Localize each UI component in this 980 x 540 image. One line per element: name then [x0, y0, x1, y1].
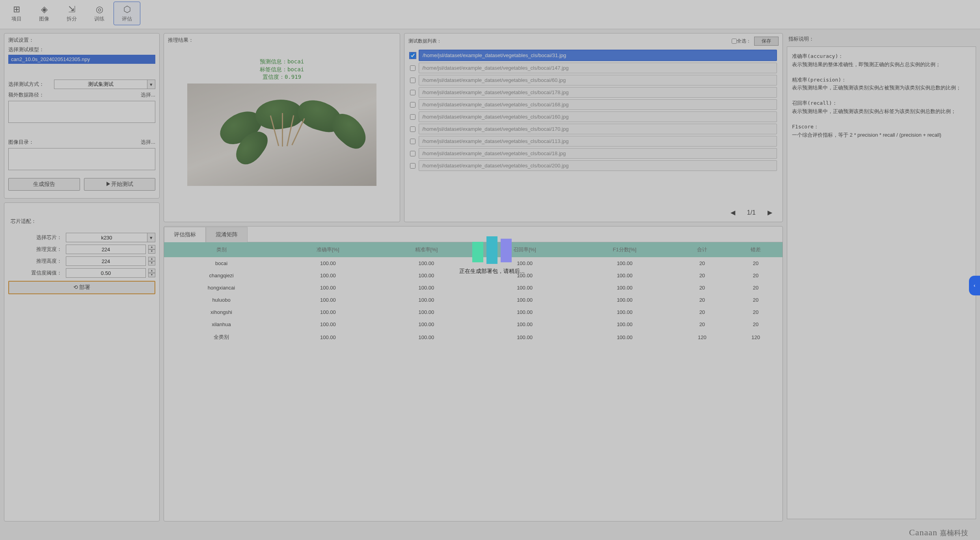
- target-icon: ◎: [96, 4, 103, 15]
- table-header: 类别: [164, 242, 279, 257]
- width-input[interactable]: [66, 245, 146, 254]
- f1-body: 一个综合评价指标，等于 2 * precision * recall / (pr…: [792, 131, 971, 139]
- data-row[interactable]: /home/jsl/dataset/example_dataset/vegeta…: [410, 160, 777, 171]
- extra-path-box[interactable]: [8, 101, 155, 123]
- start-test-button[interactable]: ▶开始测试: [84, 178, 156, 191]
- row-checkbox[interactable]: [410, 102, 415, 108]
- table-cell: xilanhua: [164, 318, 279, 330]
- data-row[interactable]: /home/jsl/dataset/example_dataset/vegeta…: [410, 111, 777, 122]
- top-toolbar: ⊞ 项目 ◈ 图像 ⇲ 拆分 ◎ 训练 ⬡ 评估: [0, 0, 980, 29]
- table-cell: 100.00: [475, 306, 574, 318]
- tool-evaluate[interactable]: ⬡ 评估: [114, 2, 140, 25]
- table-cell: 120: [729, 330, 783, 344]
- page-indicator: 1/1: [747, 209, 756, 216]
- height-input[interactable]: [66, 256, 146, 266]
- model-selected[interactable]: can2_10.0s_20240205142305.npy: [8, 55, 155, 64]
- prediction-text: 预测信息：bocai 标签信息：bocai 置信度：0.919: [260, 58, 304, 81]
- data-row[interactable]: /home/jsl/dataset/example_dataset/vegeta…: [410, 148, 777, 159]
- image-dir-choose[interactable]: 选择...: [141, 139, 155, 146]
- test-settings-panel: 测试设置： 选择测试模型： can2_10.0s_20240205142305.…: [4, 33, 160, 199]
- row-checkbox[interactable]: [410, 53, 415, 58]
- row-checkbox[interactable]: [410, 78, 415, 83]
- tool-train[interactable]: ◎ 训练: [86, 2, 113, 25]
- table-cell: 100.00: [279, 282, 377, 294]
- table-cell: 100.00: [475, 318, 574, 330]
- table-cell: 20: [675, 318, 729, 330]
- table-cell: 20: [729, 257, 783, 269]
- table-cell: 100.00: [377, 318, 476, 330]
- row-checkbox[interactable]: [410, 139, 415, 144]
- image-dir-box[interactable]: [8, 148, 155, 170]
- row-checkbox[interactable]: [410, 126, 415, 132]
- dropdown-icon[interactable]: ▾: [147, 233, 155, 242]
- method-select[interactable]: [54, 80, 147, 89]
- row-path: /home/jsl/dataset/example_dataset/vegeta…: [419, 87, 777, 98]
- conf-spinner[interactable]: ▴▾: [148, 269, 155, 277]
- next-page-icon[interactable]: ▶: [768, 209, 772, 216]
- table-cell: 20: [729, 306, 783, 318]
- data-row[interactable]: /home/jsl/dataset/example_dataset/vegeta…: [410, 75, 777, 85]
- tool-split[interactable]: ⇲ 拆分: [58, 2, 85, 25]
- table-cell: 100.00: [475, 282, 574, 294]
- table-cell: hongxiancai: [164, 282, 279, 294]
- table-cell: 20: [675, 282, 729, 294]
- width-spinner[interactable]: ▴▾: [148, 245, 155, 254]
- data-list-panel: 测试数据列表： 全选： 保存 /home/jsl/dataset/example…: [404, 33, 783, 222]
- table-cell: 100.00: [279, 306, 377, 318]
- side-expand-tab[interactable]: ‹: [969, 276, 980, 295]
- table-cell: 100.00: [377, 330, 476, 344]
- image-dir-label: 图像目录：: [8, 139, 52, 146]
- row-checkbox[interactable]: [410, 114, 415, 120]
- row-path: /home/jsl/dataset/example_dataset/vegeta…: [419, 148, 777, 159]
- table-header: F1分数[%]: [574, 242, 675, 257]
- row-checkbox[interactable]: [410, 163, 415, 169]
- table-cell: 100.00: [475, 330, 574, 344]
- tool-image[interactable]: ◈ 图像: [31, 2, 58, 25]
- generate-report-button[interactable]: 生成报告: [8, 178, 80, 191]
- table-cell: 100.00: [377, 306, 476, 318]
- data-row[interactable]: /home/jsl/dataset/example_dataset/vegeta…: [410, 124, 777, 134]
- extra-path-choose[interactable]: 选择...: [141, 91, 155, 98]
- table-cell: 100.00: [574, 330, 675, 344]
- inference-panel: 推理结果： 预测信息：bocai 标签信息：bocai 置信度：0.919: [164, 33, 400, 222]
- row-checkbox[interactable]: [410, 151, 415, 156]
- table-cell: bocai: [164, 257, 279, 269]
- explain-title: 指标说明：: [788, 35, 976, 43]
- loading-spinner: 正在生成部署包，请稍后...: [459, 236, 525, 275]
- select-all-checkbox[interactable]: [732, 39, 737, 44]
- row-path: /home/jsl/dataset/example_dataset/vegeta…: [419, 50, 777, 61]
- table-cell: 20: [729, 282, 783, 294]
- width-label: 推理宽度：: [8, 246, 63, 253]
- row-checkbox[interactable]: [410, 65, 415, 71]
- tool-label: 评估: [122, 15, 132, 22]
- tab-metrics[interactable]: 评估指标: [164, 227, 206, 242]
- tool-label: 拆分: [67, 15, 77, 22]
- row-checkbox[interactable]: [410, 90, 415, 95]
- precision-body: 表示预测结果中，正确预测该类别实例占被预测为该类别实例总数的比例；: [792, 84, 971, 92]
- dropdown-icon[interactable]: ▾: [147, 80, 155, 89]
- tool-project[interactable]: ⊞ 项目: [3, 2, 30, 25]
- table-row: xihongshi100.00100.00100.00100.002020: [164, 306, 783, 318]
- row-path: /home/jsl/dataset/example_dataset/vegeta…: [419, 99, 777, 110]
- data-list: /home/jsl/dataset/example_dataset/vegeta…: [408, 48, 779, 206]
- grid-icon: ⊞: [13, 4, 20, 15]
- preview-area: 预测信息：bocai 标签信息：bocai 置信度：0.919: [168, 46, 396, 204]
- chip-select[interactable]: [66, 233, 147, 242]
- save-button[interactable]: 保存: [754, 37, 779, 46]
- table-cell: 20: [729, 318, 783, 330]
- conf-input[interactable]: [66, 268, 146, 278]
- data-row[interactable]: /home/jsl/dataset/example_dataset/vegeta…: [410, 87, 777, 98]
- table-row: 全类别100.00100.00100.00100.00120120: [164, 330, 783, 344]
- data-row[interactable]: /home/jsl/dataset/example_dataset/vegeta…: [410, 63, 777, 73]
- deploy-button[interactable]: ⟲ 部署: [8, 281, 155, 294]
- table-cell: 20: [729, 294, 783, 306]
- height-spinner[interactable]: ▴▾: [148, 257, 155, 265]
- data-row[interactable]: /home/jsl/dataset/example_dataset/vegeta…: [410, 136, 777, 147]
- tool-label: 图像: [39, 15, 49, 22]
- table-cell: 100.00: [574, 282, 675, 294]
- prev-page-icon[interactable]: ◀: [730, 209, 735, 216]
- data-row[interactable]: /home/jsl/dataset/example_dataset/vegeta…: [410, 50, 777, 61]
- tab-confusion[interactable]: 混淆矩阵: [206, 227, 248, 242]
- data-row[interactable]: /home/jsl/dataset/example_dataset/vegeta…: [410, 99, 777, 110]
- split-icon: ⇲: [68, 4, 75, 15]
